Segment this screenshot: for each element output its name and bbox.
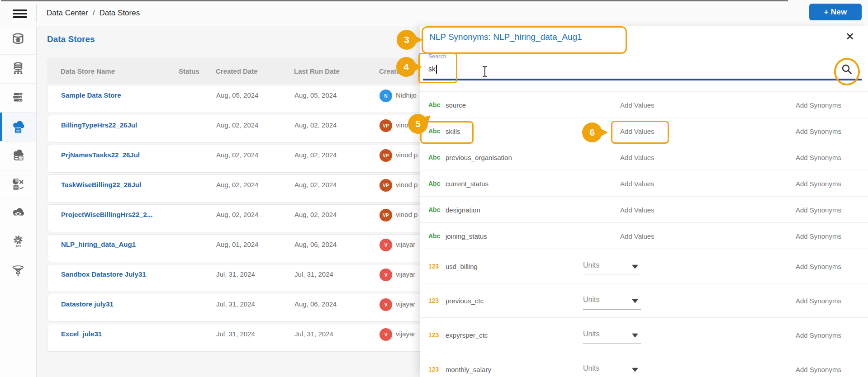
database-network-icon — [11, 61, 25, 77]
callout-badge-4: 4 — [396, 57, 416, 77]
add-values-link[interactable]: Add Values — [620, 101, 679, 108]
sidebar-item-server-rack[interactable] — [0, 84, 36, 113]
status-cell — [179, 294, 211, 321]
column-header-created: Created Date — [216, 58, 284, 84]
breadcrumb-item-data-center[interactable]: Data Center — [47, 9, 88, 18]
sidebar-item-cloud-cube[interactable] — [0, 199, 36, 228]
field-name: previous_ctc — [446, 297, 484, 304]
avatar: N — [379, 90, 392, 102]
last-run-cell: Aug, 02, 2024 — [294, 115, 367, 142]
units-dropdown[interactable]: Units — [583, 364, 641, 372]
avatar: V — [379, 298, 392, 311]
status-cell — [179, 115, 211, 142]
nlp-synonyms-panel: NLP Synonyms: NLP_hiring_data_Aug1 ✕ Sea… — [420, 26, 868, 377]
sidebar-item-database-network[interactable] — [0, 55, 36, 84]
sidebar-item-database-home[interactable] — [0, 26, 36, 55]
datastore-link[interactable]: Sandbox Datastore July31 — [61, 264, 174, 292]
created-date-cell: Aug, 05, 2024 — [216, 85, 284, 113]
sidebar-item-cloud-code[interactable]: </> — [0, 141, 36, 170]
add-synonyms-link[interactable]: Add Synonyms — [796, 179, 841, 187]
field-row-usd-billing: 123 usd_billing Units Add Synonyms — [420, 249, 868, 283]
text-type-icon: Abc — [428, 127, 442, 135]
svg-text:</>: </> — [19, 156, 23, 159]
field-row-designation: Abc designation Add Values Add Synonyms — [420, 197, 868, 223]
column-header-last-run: Last Run Date — [294, 58, 366, 84]
add-synonyms-link[interactable]: Add Synonyms — [796, 153, 841, 161]
status-cell — [179, 205, 211, 232]
breadcrumb-separator: / — [93, 9, 95, 18]
field-row-expyrsper-ctc: 123 expyrsper_ctc Units Add Synonyms — [420, 318, 868, 352]
cloud-database-icon — [11, 119, 25, 135]
sidebar-item-funnel-gear[interactable] — [0, 257, 36, 286]
datastore-link[interactable]: Datastore july31 — [61, 294, 174, 321]
add-values-link[interactable]: Add Values — [620, 179, 679, 187]
add-synonyms-link[interactable]: Add Synonyms — [796, 127, 841, 135]
dropdown-caret-icon — [632, 264, 638, 269]
add-synonyms-link[interactable]: Add Synonyms — [796, 365, 841, 373]
sidebar-item-cloud-database[interactable] — [0, 113, 36, 141]
creator-name: vinod p — [396, 211, 417, 218]
breadcrumb-item-data-stores[interactable]: Data Stores — [99, 9, 140, 18]
text-type-icon: Abc — [428, 206, 442, 213]
last-run-cell: Aug, 06, 2024 — [294, 235, 367, 262]
datastore-link[interactable]: ProjectWiseBillingHrs22_2... — [61, 205, 174, 232]
add-values-link[interactable]: Add Values — [620, 127, 679, 135]
datastore-link[interactable]: Sample Data Store — [61, 85, 174, 113]
units-dropdown[interactable]: Units — [583, 330, 641, 338]
add-synonyms-link[interactable]: Add Synonyms — [796, 331, 841, 339]
add-values-link[interactable]: Add Values — [620, 153, 679, 161]
add-synonyms-link[interactable]: Add Synonyms — [796, 262, 841, 270]
sidebar: </> API — [0, 26, 37, 377]
sidebar-item-api-gear[interactable]: API — [0, 228, 36, 257]
add-synonyms-link[interactable]: Add Synonyms — [796, 297, 841, 304]
add-values-link[interactable]: Add Values — [620, 232, 679, 240]
field-name: expyrsper_ctc — [446, 331, 488, 339]
units-dropdown[interactable]: Units — [583, 261, 641, 269]
avatar: VP — [379, 119, 392, 132]
last-run-cell: Aug, 05, 2024 — [294, 85, 367, 113]
sidebar-item-chart-database[interactable] — [0, 170, 36, 199]
datastore-link[interactable]: BillingTypeHrs22_26Jul — [61, 115, 174, 142]
field-row-previous-ctc: 123 previous_ctc Units Add Synonyms — [420, 283, 868, 318]
last-run-cell: Aug, 02, 2024 — [294, 175, 367, 202]
datastore-link[interactable]: TaskWiseBilling22_26Jul — [61, 175, 174, 202]
avatar: V — [379, 328, 392, 341]
created-date-cell: Jul, 31, 2024 — [216, 324, 284, 351]
add-synonyms-link[interactable]: Add Synonyms — [796, 232, 841, 240]
search-input[interactable]: sk — [428, 64, 483, 75]
field-name: joining_status — [446, 232, 487, 240]
close-icon[interactable]: ✕ — [845, 31, 854, 42]
add-values-link[interactable]: Add Values — [620, 206, 679, 213]
add-synonyms-link[interactable]: Add Synonyms — [796, 101, 841, 108]
add-synonyms-link[interactable]: Add Synonyms — [796, 206, 841, 213]
field-list: Abc source Add Values Add Synonyms Abc s… — [420, 91, 868, 377]
field-row-joining-status: Abc joining_status Add Values Add Synony… — [420, 223, 868, 249]
database-home-icon — [11, 33, 25, 48]
menu-icon[interactable] — [13, 8, 27, 19]
field-name: designation — [446, 206, 480, 213]
new-button[interactable]: + New — [809, 4, 862, 20]
numeric-type-icon: 123 — [428, 297, 442, 304]
field-row-previous-organisation: Abc previous_organisation Add Values Add… — [420, 144, 868, 170]
text-type-icon: Abc — [428, 232, 442, 240]
text-type-icon: Abc — [428, 101, 442, 108]
status-cell — [179, 145, 211, 172]
search-icon[interactable] — [840, 62, 854, 78]
datastore-link[interactable]: NLP_hiring_data_Aug1 — [61, 235, 174, 262]
last-run-cell: Aug, 06, 2024 — [294, 294, 367, 321]
field-row-source: Abc source Add Values Add Synonyms — [420, 92, 868, 118]
created-date-cell: Jul, 31, 2024 — [216, 264, 284, 292]
field-name: previous_organisation — [446, 153, 512, 161]
numeric-type-icon: 123 — [428, 331, 442, 339]
breadcrumb: Data Center / Data Stores — [47, 0, 140, 26]
units-dropdown[interactable]: Units — [583, 295, 641, 303]
datastore-link[interactable]: Excel_jule31 — [61, 324, 174, 351]
created-date-cell: Jul, 31, 2024 — [216, 294, 284, 321]
datastore-link[interactable]: PrjNamesTasks22_26Jul — [61, 145, 174, 172]
created-date-cell: Aug, 02, 2024 — [216, 145, 284, 172]
page-title: Data Stores — [47, 34, 95, 44]
topbar-divider — [36, 4, 37, 22]
callout-badge-6: 6 — [582, 123, 602, 142]
column-header-name: Data Store Name — [61, 58, 174, 84]
creator-name: vijayar — [396, 240, 415, 248]
